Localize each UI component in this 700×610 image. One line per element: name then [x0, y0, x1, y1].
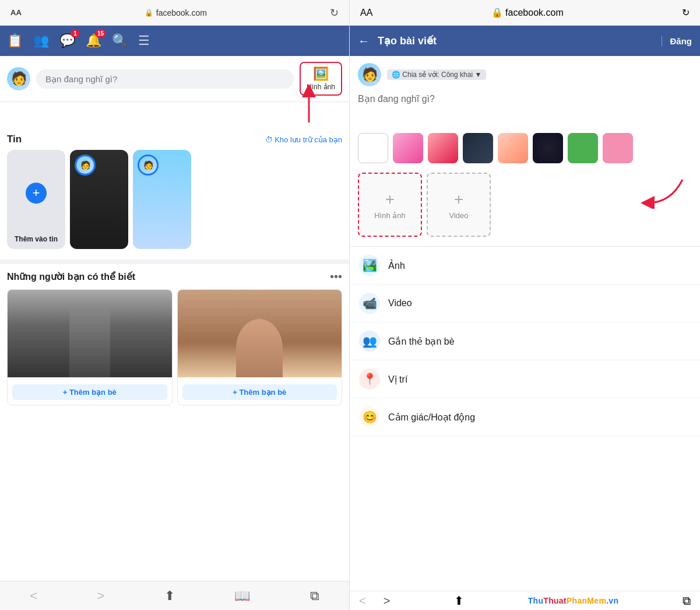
- left-browser-bar: AA 🔒 facebook.com ↻: [0, 0, 349, 26]
- right-share-icon[interactable]: ⬆: [454, 594, 464, 608]
- watermark-vn: .vn: [606, 596, 618, 605]
- suggest-header: Những người bạn có thể biết •••: [7, 270, 342, 283]
- nav-friends-icon[interactable]: 👥: [33, 33, 49, 48]
- left-user-avatar: 🧑: [7, 67, 30, 90]
- create-post-title: Tạo bài viết: [378, 34, 653, 47]
- nav-forward-btn-left[interactable]: >: [97, 588, 105, 604]
- suggest-inner-2: + Thêm bạn bè: [178, 377, 342, 405]
- nav-bookmarks-btn-left[interactable]: 📖: [234, 588, 250, 604]
- right-reload-icon[interactable]: ↻: [682, 7, 690, 18]
- upload-photo-box[interactable]: + Hình ảnh: [358, 173, 422, 237]
- hinh-anh-icon: 🖼️: [313, 66, 329, 82]
- watermark: ThuThuatPhanMem.vn: [528, 596, 619, 605]
- action-tag[interactable]: 👥 Gắn thẻ bạn bè: [350, 322, 700, 360]
- tin-title: Tin: [7, 134, 22, 145]
- post-input[interactable]: [36, 69, 294, 89]
- story-card-1[interactable]: 🧑: [70, 150, 128, 249]
- kho-luu-label[interactable]: ⏱ Kho lưu trữ của bạn: [265, 135, 342, 144]
- left-reload-icon[interactable]: ↻: [330, 6, 339, 19]
- action-tag-icon: 👥: [359, 331, 380, 352]
- bottom-bar-right: < > ⬆ ThuThuatPhanMem.vn ⧉: [350, 591, 700, 610]
- nav-notifications-icon[interactable]: 🔔 15: [86, 33, 101, 48]
- color-dark-circle[interactable]: [533, 133, 563, 163]
- action-list: 🏞️ Ảnh 📹 Video 👥 Gắn thẻ bạn bè 📍 Vị trí…: [350, 246, 700, 436]
- action-photo[interactable]: 🏞️ Ảnh: [350, 247, 700, 285]
- color-dark-rain[interactable]: [463, 133, 493, 163]
- left-aa-text[interactable]: AA: [10, 8, 22, 17]
- story-avatar-1: 🧑: [75, 155, 96, 176]
- left-lock-icon: 🔒: [145, 9, 153, 17]
- color-white[interactable]: [358, 133, 388, 163]
- action-feeling-icon: 😊: [359, 406, 380, 427]
- right-aa-text[interactable]: AA: [360, 8, 372, 18]
- nav-menu-icon[interactable]: ☰: [138, 33, 150, 48]
- left-browser-nav-bar: < > ⬆ 📖 ⧉: [0, 581, 349, 610]
- notifications-badge: 15: [95, 30, 106, 37]
- color-red-gradient[interactable]: [428, 133, 458, 163]
- action-photo-label: Ảnh: [388, 260, 405, 271]
- post-button[interactable]: Đăng: [662, 36, 692, 46]
- right-copy-icon[interactable]: ⧉: [683, 594, 691, 608]
- nav-back-btn-right[interactable]: <: [359, 594, 366, 608]
- action-location-label: Vị trí: [388, 374, 407, 385]
- bg-color-row: [350, 128, 700, 168]
- nav-share-btn-left[interactable]: ⬆: [164, 588, 175, 604]
- upload-row: + Hình ảnh + Video: [350, 168, 700, 241]
- action-location-icon: 📍: [359, 369, 380, 390]
- post-text-area[interactable]: Bạn đang nghĩ gì?: [350, 93, 700, 128]
- action-video-label: Video: [388, 298, 412, 308]
- nav-messenger-icon[interactable]: 💬 1: [59, 33, 75, 48]
- left-url-area: 🔒 facebook.com: [145, 8, 207, 17]
- right-lock-icon: 🔒: [491, 8, 503, 17]
- action-feeling-label: Cảm giác/Hoạt động: [388, 412, 475, 423]
- back-button[interactable]: ←: [358, 34, 370, 48]
- story-card-2[interactable]: 🧑: [133, 150, 191, 249]
- color-pink-gradient[interactable]: [393, 133, 423, 163]
- right-red-arrow: [618, 174, 688, 209]
- add-story-label: Thêm vào tin: [7, 235, 65, 243]
- color-green[interactable]: [568, 133, 598, 163]
- left-url-text: facebook.com: [156, 8, 207, 17]
- suggest-card-2: + Thêm bạn bè: [177, 289, 343, 405]
- story-avatar-2: 🧑: [138, 155, 159, 176]
- tin-header: Tin ⏱ Kho lưu trữ của bạn: [7, 134, 342, 145]
- privacy-selector[interactable]: 🌐 Chia sẻ với: Công khai ▼: [387, 69, 486, 80]
- conan-avatar-img: 🧑: [7, 67, 30, 90]
- right-url-area: 🔒 facebook.com: [491, 7, 564, 18]
- left-fb-navbar: 📋 👥 💬 1 🔔 15 🔍 ☰: [0, 26, 349, 56]
- watermark-phanmem: PhanMem: [567, 596, 606, 605]
- action-video-icon: 📹: [359, 293, 380, 314]
- nav-forward-btn-right[interactable]: >: [384, 594, 391, 608]
- left-panel: AA 🔒 facebook.com ↻ 📋 👥 💬 1 🔔 15 🔍 ☰: [0, 0, 350, 610]
- watermark-thuat: Thuat: [543, 596, 567, 605]
- suggest-card-1: + Thêm bạn bè: [7, 289, 173, 405]
- action-feeling[interactable]: 😊 Cảm giác/Hoạt động: [350, 398, 700, 436]
- upload-video-plus: +: [454, 190, 463, 209]
- add-story-card[interactable]: + Thêm vào tin: [7, 150, 65, 249]
- upload-photo-plus: +: [385, 190, 395, 209]
- suggest-add-btn-1[interactable]: + Thêm bạn bè: [12, 384, 167, 400]
- nav-back-btn-left[interactable]: <: [30, 588, 37, 604]
- action-video[interactable]: 📹 Video: [350, 285, 700, 322]
- user-info: 🌐 Chia sẻ với: Công khai ▼: [387, 69, 486, 80]
- nav-tabs-btn-left[interactable]: ⧉: [310, 588, 319, 604]
- upload-photo-label: Hình ảnh: [374, 211, 406, 220]
- right-browser-bar: AA 🔒 facebook.com ↻: [350, 0, 700, 26]
- suggest-grid: + Thêm bạn bè + Thêm bạn bè: [7, 289, 342, 405]
- suggest-more-icon[interactable]: •••: [330, 270, 342, 283]
- right-panel-content: 🧑 🌐 Chia sẻ với: Công khai ▼ Bạn đang ng…: [350, 56, 700, 591]
- suggest-card-img-2: [178, 290, 342, 377]
- nav-search-icon[interactable]: 🔍: [112, 33, 128, 48]
- user-row: 🧑 🌐 Chia sẻ với: Công khai ▼: [350, 56, 700, 93]
- suggest-section: Những người bạn có thể biết ••• + Thêm b…: [0, 260, 349, 411]
- nav-feed-icon[interactable]: 📋: [7, 33, 23, 48]
- suggest-inner-1: + Thêm bạn bè: [8, 377, 172, 405]
- upload-video-label: Video: [449, 211, 468, 220]
- upload-video-box[interactable]: + Video: [427, 173, 491, 237]
- action-location[interactable]: 📍 Vị trí: [350, 360, 700, 398]
- left-red-arrow: [289, 85, 329, 125]
- color-pink-light[interactable]: [603, 133, 633, 163]
- suggest-add-btn-2[interactable]: + Thêm bạn bè: [182, 384, 337, 400]
- color-face-bg[interactable]: [498, 133, 528, 163]
- story-row: + Thêm vào tin 🧑 🧑: [7, 150, 342, 251]
